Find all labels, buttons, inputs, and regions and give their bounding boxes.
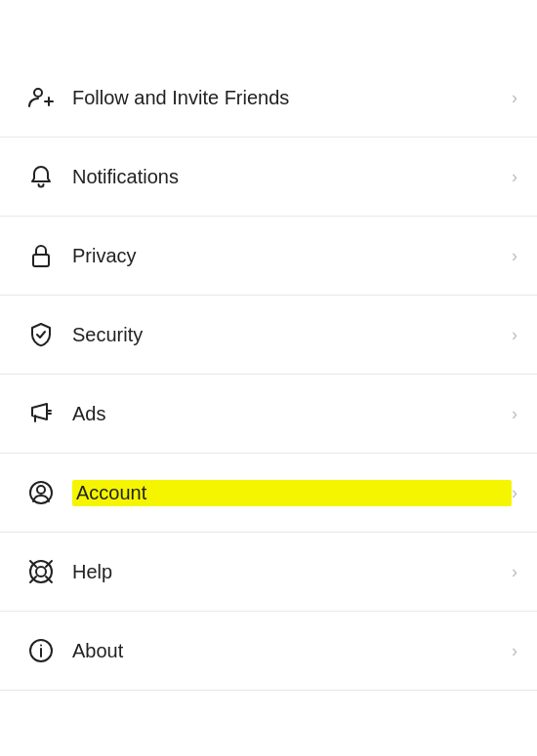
menu-label-help: Help bbox=[72, 561, 512, 583]
chevron-icon-help: › bbox=[512, 562, 517, 582]
svg-point-9 bbox=[37, 486, 45, 494]
menu-item-about[interactable]: About › bbox=[0, 612, 537, 691]
bell-icon bbox=[20, 155, 62, 198]
menu-item-ads[interactable]: Ads › bbox=[0, 375, 537, 454]
menu-label-notifications: Notifications bbox=[72, 166, 512, 188]
menu-item-account[interactable]: Account › bbox=[0, 454, 537, 533]
menu-item-privacy[interactable]: Privacy › bbox=[0, 217, 537, 296]
menu-item-security[interactable]: Security › bbox=[0, 296, 537, 375]
menu-label-about: About bbox=[72, 640, 512, 662]
chevron-icon-privacy: › bbox=[512, 246, 517, 266]
settings-menu: Follow and Invite Friends › Notification… bbox=[0, 0, 537, 691]
shield-check-icon bbox=[20, 313, 62, 356]
menu-label-security: Security bbox=[72, 324, 512, 346]
menu-label-follow-invite: Follow and Invite Friends bbox=[72, 87, 512, 109]
menu-label-privacy: Privacy bbox=[72, 245, 512, 267]
chevron-icon-security: › bbox=[512, 325, 517, 345]
menu-item-follow-invite[interactable]: Follow and Invite Friends › bbox=[0, 59, 537, 138]
svg-point-11 bbox=[36, 567, 46, 577]
menu-label-ads: Ads bbox=[72, 403, 512, 425]
lifebuoy-icon bbox=[20, 550, 62, 593]
person-circle-icon bbox=[20, 471, 62, 514]
menu-item-notifications[interactable]: Notifications › bbox=[0, 138, 537, 217]
chevron-icon-notifications: › bbox=[512, 167, 517, 187]
svg-rect-3 bbox=[33, 255, 49, 266]
info-circle-icon bbox=[20, 629, 62, 672]
ads-icon bbox=[20, 392, 62, 435]
chevron-icon-ads: › bbox=[512, 404, 517, 424]
chevron-icon-about: › bbox=[512, 641, 517, 661]
svg-point-0 bbox=[34, 89, 42, 97]
menu-label-account: Account bbox=[72, 480, 512, 506]
menu-item-help[interactable]: Help › bbox=[0, 533, 537, 612]
chevron-icon-account: › bbox=[512, 483, 517, 503]
svg-point-18 bbox=[40, 645, 42, 647]
chevron-icon-follow-invite: › bbox=[512, 88, 517, 108]
lock-icon bbox=[20, 234, 62, 277]
add-person-icon bbox=[20, 76, 62, 119]
